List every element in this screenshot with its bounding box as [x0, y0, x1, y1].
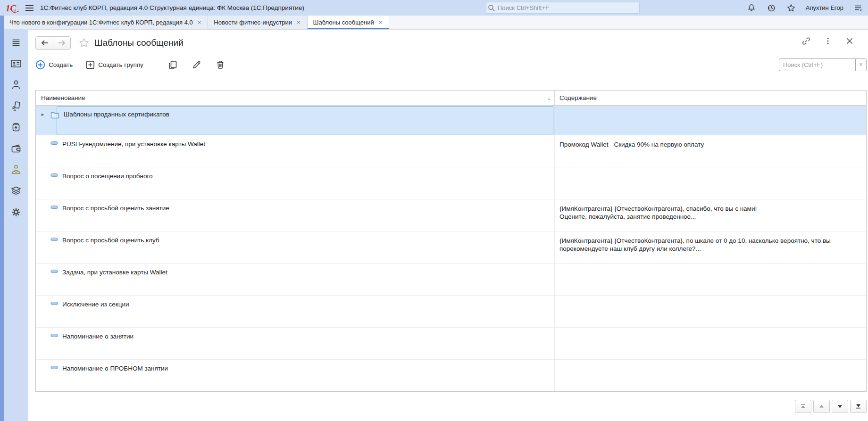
more-icon[interactable]	[823, 36, 833, 46]
titlebar: 1С 1С:Фитнес клуб КОРП, редакция 4.0 Стр…	[0, 0, 868, 16]
list-search-input[interactable]	[779, 58, 855, 71]
template-item-icon	[50, 141, 58, 145]
create-button[interactable]: Создать	[35, 60, 73, 70]
table-row[interactable]: Напоминание о занятии	[36, 328, 866, 360]
forward-button[interactable]	[53, 37, 70, 50]
template-item-icon	[50, 333, 58, 338]
name-cell[interactable]: Напоминание о занятии	[36, 328, 555, 359]
go-top-button[interactable]	[795, 400, 811, 413]
template-name: PUSH-уведомление, при установке карты Wa…	[62, 140, 205, 148]
name-cell[interactable]: Исключение из секции	[36, 296, 555, 327]
name-cell[interactable]: Вопрос с просьбой оценить клуб	[36, 231, 555, 263]
table-row[interactable]: Исключение из секции	[36, 296, 866, 328]
trainer-icon[interactable]	[9, 163, 23, 176]
employee-card-icon[interactable]	[9, 57, 23, 70]
sort-asc-icon: ↓	[548, 94, 551, 101]
table-body: ▸Шаблоны проданных сертификатовPUSH-увед…	[36, 106, 866, 391]
content-cell[interactable]: {ИмяКонтрагента} {ОтчествоКонтрагента}, …	[555, 199, 866, 231]
products-icon[interactable]	[9, 121, 23, 134]
history-nav-group	[35, 36, 71, 50]
client-icon[interactable]	[9, 78, 23, 91]
content-cell[interactable]: Промокод Wallet - Скидка 90% на первую о…	[555, 135, 866, 167]
global-search[interactable]	[486, 2, 640, 14]
1c-logo-icon: 1С	[5, 2, 21, 14]
bell-icon[interactable]	[746, 3, 757, 13]
content-cell[interactable]	[555, 264, 866, 295]
content-cell[interactable]: {ИмяКонтрагента} {ОтчествоКонтрагента}, …	[555, 231, 866, 263]
table-row[interactable]: Задача, при установке карты Wallet	[36, 264, 866, 296]
template-item-icon	[50, 205, 58, 209]
table-row[interactable]: Вопрос о посещении пробного	[36, 167, 866, 199]
template-item-icon	[50, 237, 58, 241]
link-icon[interactable]	[801, 36, 811, 46]
templates-table: Наименование ↓ Содержание ▸Шаблоны прода…	[35, 90, 867, 392]
table-row[interactable]: Напоминание о ПРОБНОМ занятии	[36, 360, 866, 391]
stack-icon[interactable]	[9, 184, 23, 198]
folder-icon	[50, 111, 59, 119]
template-item-icon	[50, 269, 58, 273]
template-name: Напоминание о ПРОБНОМ занятии	[62, 365, 168, 372]
tab-fitness-news[interactable]: Новости фитнес-индустрии ×	[208, 16, 307, 29]
content-cell[interactable]	[555, 106, 866, 135]
template-name: Вопрос о посещении пробного	[62, 173, 153, 180]
list-scroll-nav	[795, 400, 867, 413]
go-up-button[interactable]	[813, 400, 830, 413]
go-down-button[interactable]	[832, 400, 848, 413]
column-header-name[interactable]: Наименование ↓	[36, 91, 555, 105]
expand-arrow-icon[interactable]: ▸	[42, 111, 46, 118]
copy-button[interactable]	[167, 59, 179, 70]
favorite-star-icon[interactable]	[78, 37, 90, 49]
list-toolbar: Создать Создать группу ×	[35, 57, 867, 72]
tab-close-icon[interactable]: ×	[197, 19, 202, 26]
sidebar	[4, 30, 28, 421]
page-title: Шаблоны сообщений	[94, 38, 184, 48]
close-icon[interactable]	[844, 36, 855, 46]
content-cell[interactable]	[555, 167, 866, 199]
global-search-input[interactable]	[497, 4, 639, 12]
table-header: Наименование ↓ Содержание	[36, 91, 866, 106]
template-name: Напоминание о занятии	[62, 333, 134, 340]
focus-rect	[57, 106, 553, 134]
name-cell[interactable]: Вопрос о посещении пробного	[36, 167, 555, 199]
name-cell[interactable]: Напоминание о ПРОБНОМ занятии	[36, 360, 555, 391]
tab-close-icon[interactable]: ×	[378, 19, 384, 26]
table-row-group[interactable]: ▸Шаблоны проданных сертификатов	[36, 106, 866, 135]
search-clear-button[interactable]: ×	[855, 58, 867, 71]
table-row[interactable]: PUSH-уведомление, при установке карты Wa…	[36, 135, 866, 167]
list-search: ×	[779, 58, 867, 71]
tab-whats-new[interactable]: Что нового в конфигурации 1С:Фитнес клуб…	[4, 16, 208, 29]
main-menu-icon[interactable]	[25, 5, 33, 11]
sections-menu-icon[interactable]	[9, 36, 23, 49]
name-cell[interactable]: Вопрос с просьбой оценить занятие	[36, 199, 555, 231]
back-button[interactable]	[36, 37, 53, 50]
edit-button[interactable]	[191, 59, 203, 70]
name-cell[interactable]: Задача, при установке карты Wallet	[36, 264, 555, 295]
table-row[interactable]: Вопрос с просьбой оценить занятие{ИмяКон…	[36, 199, 866, 231]
tab-bar: Что нового в конфигурации 1С:Фитнес клуб…	[0, 16, 868, 30]
tab-close-icon[interactable]: ×	[296, 19, 301, 26]
user-name[interactable]: Апухтин Егор	[806, 4, 843, 11]
create-group-button[interactable]: Создать группу	[86, 60, 143, 69]
column-header-content[interactable]: Содержание	[555, 91, 866, 105]
content-cell[interactable]	[555, 328, 866, 359]
template-name: Вопрос с просьбой оценить клуб	[62, 237, 159, 244]
go-bottom-button[interactable]	[850, 400, 867, 413]
search-icon	[486, 3, 497, 13]
content-cell[interactable]	[555, 360, 866, 391]
content-panel: Шаблоны сообщений Создать Создать группу	[28, 30, 868, 421]
history-icon[interactable]	[766, 3, 776, 13]
template-name: Шаблоны проданных сертификатов	[64, 111, 169, 118]
name-cell[interactable]: PUSH-уведомление, при установке карты Wa…	[36, 135, 555, 167]
service-menu-icon[interactable]	[853, 3, 863, 13]
template-item-icon	[50, 173, 58, 177]
delete-button[interactable]	[214, 59, 226, 70]
settings-gear-icon[interactable]	[9, 206, 23, 219]
content-cell[interactable]	[555, 296, 866, 327]
membership-card-icon[interactable]	[9, 99, 23, 113]
template-item-icon	[50, 365, 58, 370]
favorites-star-icon[interactable]	[786, 3, 796, 13]
tab-message-templates[interactable]: Шаблоны сообщений ×	[308, 16, 390, 29]
name-cell[interactable]: ▸Шаблоны проданных сертификатов	[36, 106, 555, 135]
wallet-icon[interactable]	[9, 142, 23, 155]
table-row[interactable]: Вопрос с просьбой оценить клуб{ИмяКонтра…	[36, 231, 866, 264]
